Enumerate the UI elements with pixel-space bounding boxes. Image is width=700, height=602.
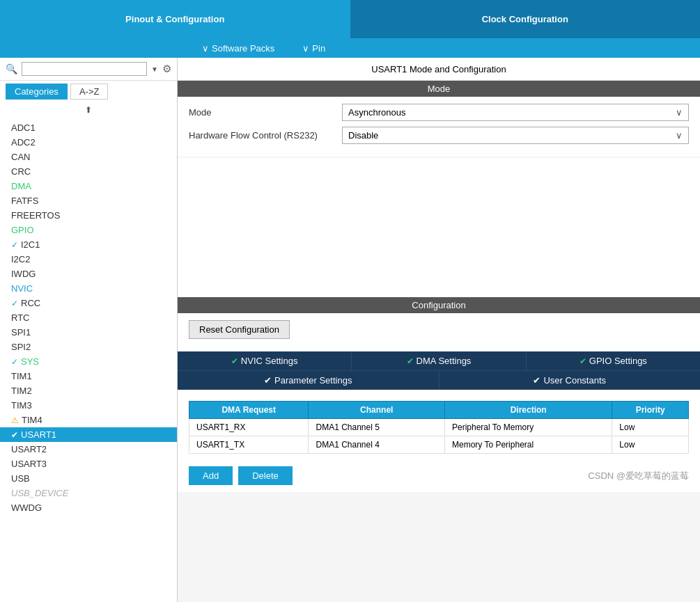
check-icon-rcc: ✓ — [11, 299, 18, 308]
sidebar-item-i2c2[interactable]: I2C2 — [0, 252, 177, 267]
sidebar-item-usart3[interactable]: USART3 — [0, 457, 177, 471]
sidebar-item-gpio[interactable]: GPIO — [0, 223, 177, 237]
mode-select[interactable]: Asynchronous ∨ — [342, 104, 689, 121]
mode-select-arrow: ∨ — [676, 107, 683, 118]
sidebar-item-wwdg[interactable]: WWDG — [0, 500, 177, 515]
config-tabs-row1: ✔ NVIC Settings ✔ DMA Settings ✔ GPIO Se… — [178, 351, 700, 370]
cell-dma-request-2: USART1_TX — [189, 436, 309, 454]
mode-form-row: Mode Asynchronous ∨ — [189, 104, 689, 121]
search-icon: 🔍 — [6, 63, 17, 74]
warning-icon-tim4: ⚠ — [11, 415, 19, 425]
sidebar-item-tim2[interactable]: TIM2 — [0, 383, 177, 398]
sidebar-search-bar: 🔍 ▼ ⚙ — [0, 58, 177, 81]
tab-clock-configuration[interactable]: Clock Configuration — [350, 0, 701, 38]
hw-flow-label: Hardware Flow Control (RS232) — [189, 130, 342, 141]
sidebar-item-usart1[interactable]: ✔USART1 — [0, 427, 177, 442]
sidebar-item-sys[interactable]: ✓SYS — [0, 354, 177, 369]
sidebar-item-usb-device[interactable]: USB_DEVICE — [0, 486, 177, 500]
sidebar-item-adc2[interactable]: ADC2 — [0, 135, 177, 150]
config-section: Configuration Reset Configuration ✔ NVIC… — [178, 297, 700, 492]
dma-table-container: DMA Request Channel Direction Priority U… — [178, 390, 700, 459]
table-row: USART1_RX DMA1 Channel 5 Peripheral To M… — [189, 419, 689, 436]
cell-channel-1: DMA1 Channel 5 — [309, 419, 445, 436]
delete-button[interactable]: Delete — [238, 466, 293, 485]
col-header-channel: Channel — [309, 402, 445, 419]
tab-pinout-configuration[interactable]: Pinout & Configuration — [0, 0, 350, 38]
sidebar-item-iwdg[interactable]: IWDG — [0, 267, 177, 281]
col-header-priority: Priority — [612, 402, 689, 419]
col-header-direction: Direction — [444, 402, 612, 419]
reset-configuration-button[interactable]: Reset Configuration — [189, 320, 290, 339]
hw-flow-form-row: Hardware Flow Control (RS232) Disable ∨ — [189, 127, 689, 144]
sidebar-item-adc1[interactable]: ADC1 — [0, 120, 177, 135]
gear-icon[interactable]: ⚙ — [162, 63, 171, 75]
tab-user-constants[interactable]: ✔ User Constants — [440, 371, 701, 390]
sidebar-list: ADC1 ADC2 CAN CRC DMA FATFS FREERTOS GPI… — [0, 118, 177, 602]
cell-direction-2: Memory To Peripheral — [444, 436, 612, 454]
check-icon-i2c1: ✓ — [11, 240, 18, 250]
config-section-header: Configuration — [178, 297, 700, 313]
bottom-buttons: Add Delete CSDN @爱吃草莓的蓝莓 — [178, 459, 700, 492]
sidebar-tab-group: Categories A->Z — [0, 81, 177, 102]
sidebar-item-usb[interactable]: USB — [0, 471, 177, 486]
sidebar-item-usart2[interactable]: USART2 — [0, 442, 177, 457]
cell-direction-1: Peripheral To Memory — [444, 419, 612, 436]
sidebar-item-spi2[interactable]: SPI2 — [0, 340, 177, 354]
mode-section-body: Mode Asynchronous ∨ Hardware Flow Contro… — [178, 97, 700, 157]
content-title: USART1 Mode and Configuration — [178, 58, 700, 81]
check-icon-usart1: ✔ — [11, 430, 18, 440]
cell-channel-2: DMA1 Channel 4 — [309, 436, 445, 454]
sidebar-item-crc[interactable]: CRC — [0, 164, 177, 179]
sidebar-item-freertos[interactable]: FREERTOS — [0, 208, 177, 223]
middle-spacer — [178, 158, 700, 297]
sidebar-item-spi1[interactable]: SPI1 — [0, 325, 177, 340]
mode-section: Mode Mode Asynchronous ∨ Har — [178, 81, 700, 157]
mode-section-header: Mode — [178, 81, 700, 97]
tab-nvic-settings[interactable]: ✔ NVIC Settings — [178, 351, 352, 370]
content-area: USART1 Mode and Configuration Mode Mode … — [178, 58, 700, 602]
action-buttons: Add Delete — [189, 466, 293, 485]
tab-gpio-settings[interactable]: ✔ GPIO Settings — [527, 351, 700, 370]
cell-dma-request-1: USART1_RX — [189, 419, 309, 436]
sidebar-item-can[interactable]: CAN — [0, 150, 177, 164]
sidebar-item-tim4[interactable]: ⚠TIM4 — [0, 413, 177, 427]
dma-table: DMA Request Channel Direction Priority U… — [189, 401, 689, 454]
dropdown-arrow-icon: ▼ — [151, 65, 158, 73]
check-icon-gpio: ✔ — [580, 356, 586, 366]
sidebar-item-rcc[interactable]: ✓RCC — [0, 296, 177, 310]
hw-flow-select[interactable]: Disable ∨ — [342, 127, 689, 144]
tab-parameter-settings[interactable]: ✔ Parameter Settings — [178, 371, 440, 390]
sidebar-item-nvic[interactable]: NVIC — [0, 281, 177, 296]
hw-flow-select-arrow: ∨ — [676, 130, 683, 141]
check-icon-sys: ✓ — [11, 357, 18, 367]
mode-label: Mode — [189, 107, 342, 118]
sort-arrows-icon: ⬆ — [85, 105, 92, 115]
config-tabs-row2: ✔ Parameter Settings ✔ User Constants — [178, 370, 700, 390]
check-icon-parameter: ✔ — [264, 375, 272, 386]
sidebar-item-tim3[interactable]: TIM3 — [0, 398, 177, 413]
table-row: USART1_TX DMA1 Channel 4 Memory To Perip… — [189, 436, 689, 454]
col-header-dma-request: DMA Request — [189, 402, 309, 419]
cell-priority-2: Low — [612, 436, 689, 454]
add-button[interactable]: Add — [189, 466, 233, 485]
sidebar-item-tim1[interactable]: TIM1 — [0, 369, 177, 383]
tab-dma-settings[interactable]: ✔ DMA Settings — [352, 351, 526, 370]
tab-categories[interactable]: Categories — [6, 84, 68, 100]
sidebar-item-i2c1[interactable]: ✓I2C1 — [0, 237, 177, 252]
search-input[interactable] — [22, 62, 147, 76]
sub-header-pin[interactable]: ∨ Pin — [288, 43, 339, 54]
sidebar-item-fatfs[interactable]: FATFS — [0, 193, 177, 208]
sidebar-item-rtc[interactable]: RTC — [0, 310, 177, 325]
sub-header-software-packs[interactable]: ∨ Software Packs — [188, 43, 288, 54]
config-body: Reset Configuration — [178, 313, 700, 351]
watermark: CSDN @爱吃草莓的蓝莓 — [588, 470, 689, 482]
check-icon-dma: ✔ — [407, 356, 414, 366]
content-wrapper: Mode Mode Asynchronous ∨ Har — [178, 81, 700, 602]
sidebar-item-dma[interactable]: DMA — [0, 179, 177, 193]
sidebar-sort: ⬆ — [0, 102, 177, 118]
check-icon-nvic: ✔ — [231, 356, 238, 366]
sidebar: 🔍 ▼ ⚙ Categories A->Z ⬆ ADC1 ADC2 CAN CR… — [0, 58, 178, 602]
cell-priority-1: Low — [612, 419, 689, 436]
tab-az[interactable]: A->Z — [70, 84, 109, 100]
check-icon-user-constants: ✔ — [533, 375, 540, 386]
